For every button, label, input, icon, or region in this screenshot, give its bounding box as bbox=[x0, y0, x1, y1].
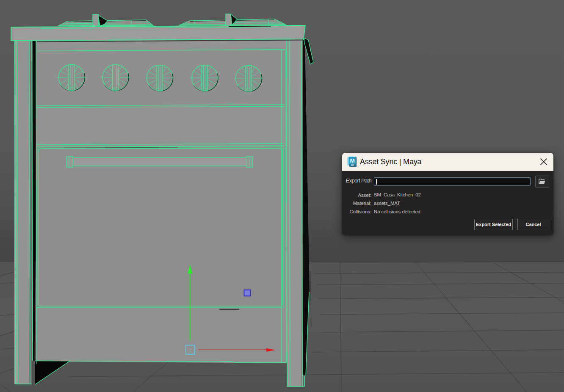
svg-text:M: M bbox=[350, 157, 354, 164]
svg-text:MA: MA bbox=[351, 164, 354, 166]
